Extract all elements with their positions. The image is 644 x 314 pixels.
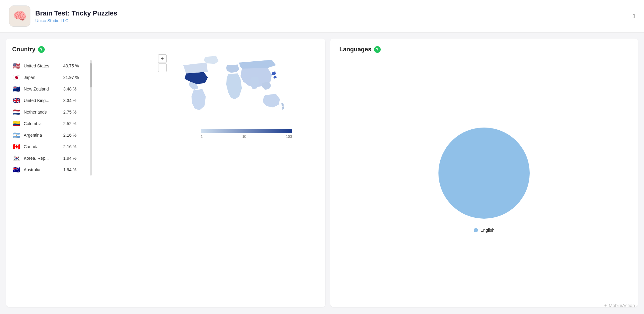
africa-region (226, 73, 242, 99)
country-title: Country ? (12, 46, 158, 53)
pie-chart-container: English (438, 60, 530, 300)
country-title-text: Country (12, 46, 36, 53)
greenland-region (204, 56, 219, 64)
country-name: Colombia (24, 121, 60, 126)
map-controls: + - (158, 54, 167, 72)
mobile-action-logo: ✈ MobileAction (604, 303, 635, 308)
english-legend-item: English (474, 228, 494, 233)
legend-gradient (201, 129, 292, 133)
country-name: Canada (24, 144, 60, 149)
country-list: 🇺🇸United States43.75 %🇯🇵Japan21.97 %🇳🇿Ne… (12, 60, 88, 176)
zoom-in-button[interactable]: + (158, 54, 167, 63)
country-flag: 🇨🇴 (12, 120, 21, 127)
country-row: 🇳🇱Netherlands2.75 % (12, 106, 88, 118)
country-name: United States (24, 63, 60, 68)
scrollbar-thumb[interactable] (90, 63, 92, 87)
country-row: 🇬🇧United King...3.34 % (12, 95, 88, 106)
map-and-controls: + - (158, 46, 319, 126)
brand-name: MobileAction (609, 303, 635, 308)
country-help-icon[interactable]: ? (38, 46, 45, 53)
pie-chart (438, 128, 530, 219)
country-pct: 2.75 % (63, 110, 85, 114)
left-panel: Country ? 🇺🇸United States43.75 %🇯🇵Japan2… (6, 39, 325, 307)
country-pct: 43.75 % (63, 63, 85, 68)
europe-region (226, 65, 239, 73)
country-row: 🇺🇸United States43.75 % (12, 60, 88, 72)
legend-labels: 1 10 100 (201, 135, 292, 139)
country-pct: 1.94 % (63, 156, 85, 161)
south-america-region (192, 89, 206, 110)
country-pct: 3.48 % (63, 87, 85, 91)
zoom-out-button[interactable]: - (158, 63, 167, 72)
country-row: 🇦🇺Australia1.94 % (12, 164, 88, 176)
right-panel: Languages ? English (330, 39, 638, 307)
country-flag: 🇦🇺 (12, 166, 21, 173)
country-row: 🇦🇷Argentina2.16 % (12, 129, 88, 141)
country-flag: 🇺🇸 (12, 62, 21, 70)
header-right:  (633, 13, 635, 19)
india-region (250, 77, 259, 89)
country-name: Netherlands (24, 110, 60, 114)
map-section: + - (158, 46, 319, 300)
country-name: Japan (24, 75, 60, 80)
country-flag: 🇯🇵 (12, 74, 21, 81)
new-zealand-region (281, 103, 284, 110)
country-flag: 🇨🇦 (12, 143, 21, 150)
app-icon: 🧠 (9, 5, 30, 27)
country-row: 🇳🇿New Zealand3.48 % (12, 83, 88, 95)
country-pct: 2.16 % (63, 133, 85, 138)
english-legend-dot (474, 228, 478, 232)
english-legend-label: English (480, 228, 494, 233)
country-pct: 1.94 % (63, 167, 85, 172)
country-row: 🇨🇦Canada2.16 % (12, 141, 88, 152)
country-row: 🇨🇴Colombia2.52 % (12, 118, 88, 129)
world-map-svg (170, 52, 300, 125)
languages-title: Languages ? (339, 46, 629, 53)
country-row: 🇯🇵Japan21.97 % (12, 72, 88, 83)
languages-title-text: Languages (339, 46, 372, 53)
country-pct: 2.52 % (63, 121, 85, 126)
app-info: Brain Test: Tricky Puzzles Unico Studio … (35, 9, 117, 23)
country-pct: 21.97 % (63, 75, 85, 80)
seasia-region (262, 82, 271, 90)
country-pct: 2.16 % (63, 144, 85, 149)
canada-region (183, 63, 208, 73)
country-row: 🇰🇷Korea, Rep...1.94 % (12, 152, 88, 164)
header: 🧠 Brain Test: Tricky Puzzles Unico Studi… (0, 0, 644, 32)
country-name: Argentina (24, 133, 60, 138)
russia-region (239, 60, 276, 69)
legend-label-10: 10 (242, 135, 246, 139)
country-flag: 🇰🇷 (12, 155, 21, 162)
australia-region (263, 94, 280, 108)
legend-label-100: 100 (286, 135, 292, 139)
usa-region (185, 72, 208, 84)
app-name: Brain Test: Tricky Puzzles (35, 9, 117, 17)
country-name: New Zealand (24, 87, 60, 91)
country-name: Australia (24, 167, 60, 172)
country-flag: 🇳🇱 (12, 108, 21, 116)
languages-help-icon[interactable]: ? (374, 46, 381, 53)
main-content: Country ? 🇺🇸United States43.75 %🇯🇵Japan2… (0, 32, 644, 313)
country-flag: 🇬🇧 (12, 97, 21, 104)
scrollbar[interactable] (90, 60, 92, 176)
country-flag: 🇦🇷 (12, 131, 21, 139)
map-wrapper (170, 52, 319, 126)
legend-label-1: 1 (201, 135, 203, 139)
country-name: Korea, Rep... (24, 156, 60, 161)
country-name: United King... (24, 98, 60, 103)
country-pct: 3.34 % (63, 98, 85, 103)
country-flag: 🇳🇿 (12, 85, 21, 93)
developer-name[interactable]: Unico Studio LLC (35, 18, 117, 23)
country-section: Country ? 🇺🇸United States43.75 %🇯🇵Japan2… (12, 46, 158, 300)
japan-region (272, 71, 277, 79)
map-legend: 1 10 100 (173, 129, 319, 139)
